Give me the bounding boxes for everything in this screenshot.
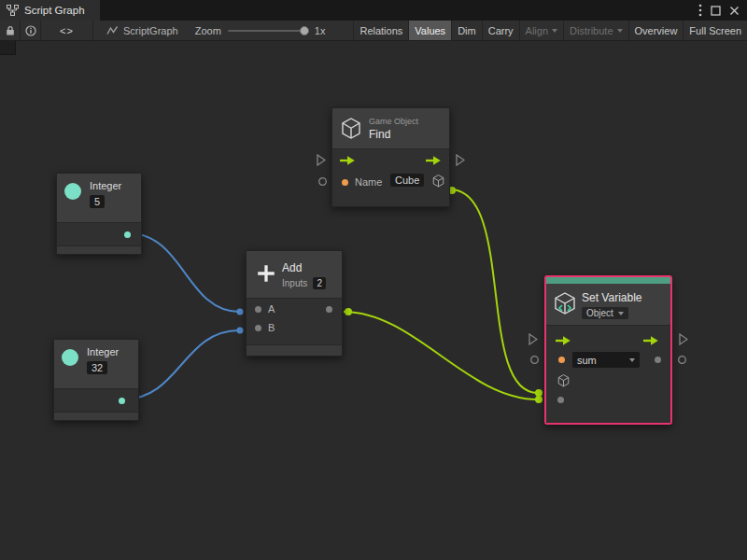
zoom-slider-handle[interactable] <box>300 26 309 35</box>
inspector-button[interactable] <box>21 21 41 40</box>
align-button[interactable]: Align <box>519 21 563 40</box>
tab-title: Script Graph <box>24 5 85 16</box>
node-header: Set Variable Object <box>546 284 670 325</box>
fullscreen-button[interactable]: Full Screen <box>683 21 747 40</box>
graph-icon <box>7 5 19 16</box>
graph-toolbar: <> ScriptGraph Zoom 1x Relations Values … <box>0 21 747 41</box>
node-footer <box>57 245 141 254</box>
value-output-port[interactable] <box>655 357 661 363</box>
info-icon <box>25 25 36 36</box>
node-header: Integer 5 <box>57 174 141 222</box>
tab-script-graph[interactable]: Script Graph <box>0 0 100 21</box>
output-port[interactable] <box>326 306 332 313</box>
lock-button[interactable] <box>0 21 21 40</box>
variable-kind-strip <box>546 277 670 284</box>
chevron-down-icon <box>618 312 624 315</box>
graph-name: ScriptGraph <box>123 25 178 36</box>
connection-wire-int32-addB[interactable] <box>123 330 239 399</box>
name-value-field[interactable]: Cube <box>390 174 424 187</box>
node-header: Game Object Find <box>332 108 449 148</box>
chevron-down-icon <box>617 29 623 33</box>
variable-scope-dropdown[interactable]: Object <box>582 307 628 319</box>
node-footer <box>54 412 138 420</box>
name-input-port[interactable] <box>342 179 348 186</box>
variable-name-label: sum <box>577 355 597 366</box>
game-object-cube-icon <box>341 118 361 140</box>
variable-cube-icon <box>554 292 576 316</box>
flow-in-arrow-icon[interactable] <box>556 335 571 346</box>
kebab-menu-icon[interactable] <box>698 4 702 17</box>
align-label: Align <box>526 25 548 36</box>
node-ports: sum <box>546 325 670 423</box>
node-title: Add <box>282 261 302 274</box>
script-graph-icon <box>106 25 119 35</box>
breadcrumb[interactable]: ScriptGraph <box>106 21 178 40</box>
variable-name-dropdown[interactable]: sum <box>572 352 640 368</box>
value-circle-port[interactable] <box>677 355 687 365</box>
flow-out-triangle-port[interactable] <box>456 154 465 166</box>
wire-endpoint <box>237 309 244 315</box>
input-port-a[interactable] <box>255 306 261 313</box>
node-title: Integer <box>90 180 121 191</box>
wire-endpoint <box>237 328 244 334</box>
distribute-button[interactable]: Distribute <box>563 21 627 40</box>
zoom-value: 1x <box>315 25 326 36</box>
connection-wire-int5-addA[interactable] <box>129 233 239 312</box>
node-find[interactable]: Game Object Find Name Cube <box>331 107 450 207</box>
object-input-port[interactable] <box>557 374 570 387</box>
integer-type-icon <box>62 349 78 366</box>
value-input-port[interactable] <box>557 397 564 403</box>
window-controls <box>698 0 747 21</box>
inputs-count-field[interactable]: 2 <box>313 277 326 289</box>
input-port-b[interactable] <box>255 325 261 331</box>
overview-label: Overview <box>635 25 678 36</box>
integer-value-field[interactable]: 5 <box>90 195 105 208</box>
flow-out-triangle-port[interactable] <box>679 333 688 345</box>
close-icon[interactable] <box>729 6 740 16</box>
node-add[interactable]: Add Inputs 2 A B <box>246 250 343 357</box>
node-category: Game Object <box>369 117 418 126</box>
game-object-output-port[interactable] <box>432 175 444 188</box>
relations-label: Relations <box>359 25 402 36</box>
maximize-icon[interactable] <box>711 6 721 16</box>
node-integer-bottom[interactable]: Integer 32 <box>53 339 139 421</box>
output-port[interactable] <box>124 231 131 238</box>
connection-wire-find-setvar[interactable] <box>450 189 538 393</box>
node-title: Integer <box>87 346 119 357</box>
flow-out-arrow-icon[interactable] <box>426 155 442 166</box>
relations-button[interactable]: Relations <box>353 21 408 40</box>
wire-endpoint <box>345 308 352 315</box>
output-port[interactable] <box>119 398 125 404</box>
node-title: Find <box>369 128 418 141</box>
value-circle-port[interactable] <box>529 355 540 365</box>
graph-canvas[interactable]: Integer 5 Integer 32 <box>0 41 747 560</box>
flow-in-triangle-port[interactable] <box>529 333 538 345</box>
node-header: Add Inputs 2 <box>247 251 342 298</box>
values-label: Values <box>415 25 445 36</box>
zoom-label: Zoom <box>195 25 221 36</box>
plus-icon <box>256 263 276 284</box>
titlebar: Script Graph <box>0 0 747 21</box>
value-circle-port[interactable] <box>317 176 328 187</box>
wire-endpoint <box>535 389 543 397</box>
flow-out-arrow-icon[interactable] <box>643 335 659 346</box>
values-button[interactable]: Values <box>408 21 451 40</box>
carry-button[interactable]: Carry <box>482 21 519 40</box>
integer-value-field[interactable]: 32 <box>87 361 107 374</box>
variable-name-port[interactable] <box>558 357 565 363</box>
node-ports: A B <box>247 298 342 344</box>
node-set-variable[interactable]: Set Variable Object sum <box>544 275 672 425</box>
zoom-slider[interactable] <box>228 30 308 32</box>
integer-type-icon <box>64 183 81 200</box>
scope-label: Object <box>586 308 613 318</box>
connection-wire-add-setvar[interactable] <box>344 312 538 399</box>
flow-in-triangle-port[interactable] <box>317 154 326 166</box>
node-ports: Name Cube <box>332 148 449 206</box>
overview-button[interactable]: Overview <box>628 21 684 40</box>
flow-in-arrow-icon[interactable] <box>340 155 356 166</box>
node-integer-top[interactable]: Integer 5 <box>56 173 142 255</box>
dim-button[interactable]: Dim <box>451 21 482 40</box>
distribute-label: Distribute <box>570 25 613 36</box>
edit-source-button[interactable]: <> <box>41 21 93 40</box>
input-a-label: A <box>268 303 275 315</box>
